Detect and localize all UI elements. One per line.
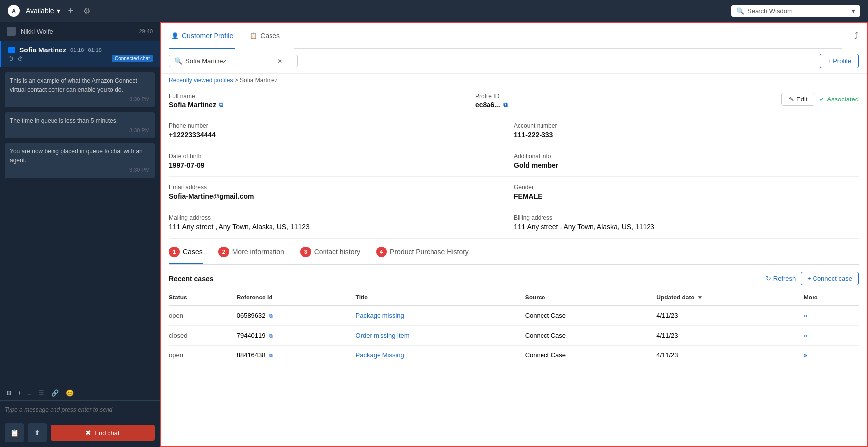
- case-more-1[interactable]: »: [804, 305, 859, 326]
- table-header-row: Status Reference Id Title Source Updated…: [169, 290, 859, 305]
- case-title-2: Order missing item: [356, 326, 525, 346]
- profileid-copy-icon[interactable]: ⧉: [503, 101, 508, 108]
- status-chevron-icon: ▾: [57, 7, 60, 15]
- edit-profile-button[interactable]: ✎ Edit: [781, 93, 814, 106]
- cases-table: Status Reference Id Title Source Updated…: [169, 290, 859, 365]
- cases-badge: 1: [169, 247, 180, 257]
- dob-label: Date of birth: [169, 153, 504, 160]
- sub-tab-contact-history[interactable]: 3 Contact history: [300, 247, 360, 264]
- add-contact-button[interactable]: +: [66, 5, 76, 17]
- add-profile-button[interactable]: + Profile: [820, 54, 859, 68]
- sub-tab-cases[interactable]: 1 Cases: [169, 247, 203, 264]
- dob-field: Date of birth 1997-07-09: [169, 146, 514, 177]
- clear-search-button[interactable]: ✕: [277, 58, 282, 65]
- sidebar-contact-nikki[interactable]: Nikki Wolfe 29:40: [0, 22, 160, 41]
- connect-case-button[interactable]: + Connect case: [801, 272, 859, 285]
- case-source-1: Connect Case: [525, 305, 656, 326]
- upload-button[interactable]: ⬆: [28, 423, 47, 442]
- end-chat-label: End chat: [94, 429, 119, 437]
- fullname-value: Sofia Martinez: [169, 101, 216, 109]
- nikki-avatar: [7, 27, 16, 36]
- sofia-time2: 01:18: [88, 47, 102, 53]
- refresh-button[interactable]: ↻ Refresh: [766, 275, 796, 282]
- associated-label: ✓ Associated: [819, 96, 859, 103]
- italic-button[interactable]: I: [16, 388, 22, 397]
- col-status: Status: [169, 290, 237, 305]
- profile-search-input[interactable]: [185, 57, 274, 65]
- chat-message-1: This is an example of what the Amazon Co…: [5, 72, 155, 107]
- search-area: 🔍 ✕ + Profile: [161, 49, 867, 74]
- panel-tabs: 👤 Customer Profile 📋 Cases ⤴: [161, 23, 867, 49]
- billing-value: 111 Any street , Any Town, Alaska, US, 1…: [514, 223, 859, 231]
- ordered-list-button[interactable]: ≡: [25, 388, 33, 397]
- product-purchase-tab-label: Product Purchase History: [390, 248, 469, 256]
- contact-history-badge: 3: [300, 247, 311, 257]
- refresh-icon: ↻: [766, 275, 771, 282]
- share-button[interactable]: ⤴: [854, 31, 859, 41]
- clipboard-button[interactable]: 📋: [5, 423, 24, 442]
- phone-field: Phone number +12223334444: [169, 115, 514, 146]
- breadcrumb-link[interactable]: Recently viewed profiles: [169, 77, 233, 84]
- chat-toolbar: B I ≡ ☰ 🔗 😊: [0, 385, 160, 400]
- link-button[interactable]: 🔗: [49, 388, 61, 397]
- case-link-1[interactable]: Package missing: [356, 312, 404, 319]
- sub-tab-more-info[interactable]: 2 More information: [218, 247, 284, 264]
- gender-field: Gender FEMALE: [514, 177, 859, 207]
- emoji-button[interactable]: 😊: [64, 388, 76, 397]
- case-more-3[interactable]: »: [804, 346, 859, 365]
- status-selector[interactable]: Available ▾: [26, 7, 60, 15]
- col-updated-date: Updated date ▼: [656, 290, 804, 305]
- account-value: 111-222-333: [514, 131, 859, 139]
- active-contact-sofia[interactable]: Sofia Martinez 01:18 01:18 ⏱ ⏱ Connected…: [0, 41, 160, 67]
- settings-button[interactable]: ⚙: [81, 5, 92, 17]
- checkmark-icon: ✓: [819, 96, 825, 103]
- tab-customer-profile[interactable]: 👤 Customer Profile: [169, 23, 235, 49]
- unordered-list-button[interactable]: ☰: [36, 388, 46, 397]
- case-link-3[interactable]: Package Missing: [356, 351, 404, 359]
- case-ref-2: 79440119 ⧉: [237, 326, 356, 346]
- profileid-value-row: ec8a6... ⧉: [475, 101, 771, 109]
- tab-cases[interactable]: 📋 Cases: [247, 23, 282, 49]
- email-field: Email address Sofia-Martine@gmail.com: [169, 177, 514, 207]
- bold-button[interactable]: B: [5, 388, 13, 397]
- sub-tab-product-purchase[interactable]: 4 Product Purchase History: [376, 247, 469, 264]
- cases-tab-sub-label: Cases: [183, 248, 203, 256]
- sub-tabs: 1 Cases 2 More information 3 Contact his…: [169, 239, 859, 265]
- ref-copy-icon-1[interactable]: ⧉: [269, 313, 273, 319]
- col-title: Title: [356, 290, 525, 305]
- associated-text: Associated: [827, 96, 859, 103]
- table-row: open 88416438 ⧉ Package Missing Connect …: [169, 346, 859, 365]
- case-more-2[interactable]: »: [804, 326, 859, 346]
- chat-message-2: The time in queue is less than 5 minutes…: [5, 112, 155, 139]
- case-status-2: closed: [169, 326, 237, 346]
- profileid-value: ec8a6...: [475, 101, 500, 109]
- search-wisdom-box[interactable]: 🔍 Search Wisdom ▾: [731, 5, 860, 17]
- product-purchase-badge: 4: [376, 247, 387, 257]
- customer-profile-tab-icon: 👤: [171, 32, 179, 40]
- account-field: Account number 111-222-333: [514, 115, 859, 146]
- cases-header: Recent cases ↻ Refresh + Connect case: [169, 265, 859, 290]
- case-link-2[interactable]: Order missing item: [356, 332, 410, 339]
- chat-message-3: You are now being placed in queue to cha…: [5, 143, 155, 178]
- billing-label: Billing address: [514, 214, 859, 221]
- ref-copy-icon-2[interactable]: ⧉: [269, 333, 273, 339]
- ref-copy-icon-3[interactable]: ⧉: [269, 352, 273, 358]
- fullname-copy-icon[interactable]: ⧉: [219, 101, 223, 108]
- case-date-2: 4/11/23: [656, 326, 804, 346]
- sofia-avatar: [8, 47, 15, 53]
- gender-value: FEMALE: [514, 192, 859, 200]
- more-info-tab-label: More information: [232, 248, 284, 256]
- fullname-value-row: Sofia Martinez ⧉: [169, 101, 465, 109]
- nikki-name: Nikki Wolfe: [21, 28, 53, 35]
- search-icon: 🔍: [736, 7, 744, 15]
- case-status-3: open: [169, 346, 237, 365]
- tab-divider: [294, 23, 842, 49]
- phone-value: +12223334444: [169, 131, 504, 139]
- cases-header-actions: ↻ Refresh + Connect case: [766, 272, 859, 285]
- edit-icon: ✎: [789, 96, 794, 103]
- additional-info-field: Additional info Gold member: [514, 146, 859, 177]
- more-info-badge: 2: [218, 247, 229, 257]
- billing-field: Billing address 111 Any street , Any Tow…: [514, 207, 859, 238]
- chat-input[interactable]: [5, 406, 155, 413]
- end-chat-button[interactable]: ✖ End chat: [51, 425, 155, 441]
